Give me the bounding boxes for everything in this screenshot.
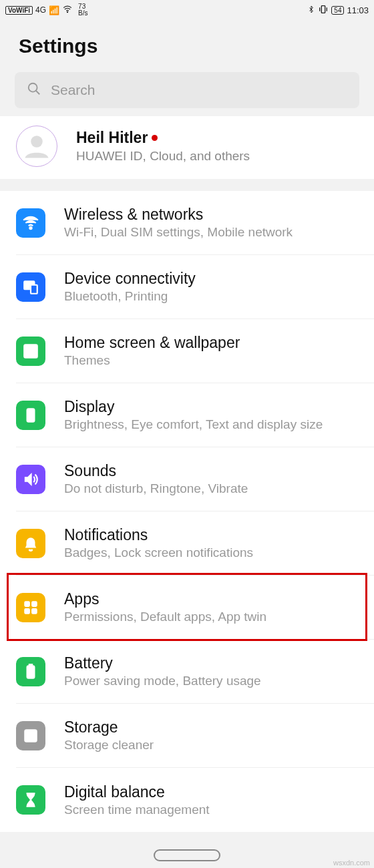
wifi-icon [16, 208, 45, 238]
account-name: Heil Hitler [76, 129, 250, 147]
svg-rect-1 [322, 5, 325, 13]
item-title: Battery [64, 654, 365, 672]
svg-rect-10 [27, 409, 35, 422]
status-bar: VoWiFi 4G 📶 73 B/s 54 11:03 [0, 0, 374, 20]
svg-point-21 [27, 735, 28, 736]
svg-rect-16 [29, 664, 32, 666]
settings-item-display[interactable]: DisplayBrightness, Eye comfort, Text and… [16, 383, 374, 447]
clock: 11:03 [347, 5, 369, 15]
search-input[interactable]: Search [15, 72, 359, 108]
item-subtitle: Badges, Lock screen notifications [64, 546, 365, 560]
status-left: VoWiFi 4G 📶 73 B/s [5, 3, 88, 17]
status-right: 54 11:03 [307, 4, 369, 17]
svg-point-22 [27, 739, 28, 740]
battery-indicator: 54 [331, 6, 344, 15]
highlight-box [7, 573, 367, 641]
item-subtitle: Bluetooth, Printing [64, 289, 365, 304]
item-subtitle: Wi-Fi, Dual SIM settings, Mobile network [64, 225, 365, 240]
page-title: Settings [0, 20, 374, 72]
vowifi-indicator: VoWiFi [5, 6, 33, 15]
item-title: Storage [64, 718, 365, 736]
settings-item-hourglass[interactable]: Digital balanceScreen time management [16, 768, 374, 832]
svg-point-20 [27, 731, 28, 732]
vibrate-icon [318, 4, 329, 17]
search-icon [27, 81, 41, 99]
item-title: Notifications [64, 526, 365, 544]
svg-point-5 [29, 226, 31, 228]
avatar [16, 126, 57, 167]
item-title: Device connectivity [64, 270, 365, 288]
item-title: Home screen & wallpaper [64, 334, 365, 352]
item-subtitle: Storage cleaner [64, 738, 365, 752]
notification-dot [152, 135, 158, 141]
svg-point-4 [31, 136, 43, 148]
item-title: Wireless & networks [64, 206, 365, 224]
item-subtitle: Do not disturb, Ringtone, Vibrate [64, 481, 365, 496]
settings-item-wallpaper[interactable]: Home screen & wallpaperThemes [16, 319, 374, 383]
svg-line-3 [36, 91, 40, 95]
settings-item-bell[interactable]: NotificationsBadges, Lock screen notific… [16, 511, 374, 576]
network-type: 4G [35, 5, 46, 15]
wallpaper-icon [16, 337, 45, 366]
settings-item-battery[interactable]: BatteryPower saving mode, Battery usage [16, 640, 374, 704]
account-subtitle: HUAWEI ID, Cloud, and others [76, 149, 250, 164]
bluetooth-icon [307, 4, 315, 17]
settings-item-devices[interactable]: Device connectivityBluetooth, Printing [16, 255, 374, 319]
battery-icon [16, 657, 45, 686]
settings-list: Wireless & networksWi-Fi, Dual SIM setti… [0, 191, 374, 832]
signal-icon: 📶 [49, 5, 59, 15]
item-subtitle: Brightness, Eye comfort, Text and displa… [64, 417, 365, 432]
svg-point-2 [29, 83, 37, 92]
data-speed: 73 B/s [75, 3, 87, 17]
sound-icon [16, 465, 45, 494]
devices-icon [16, 272, 45, 302]
settings-item-storage[interactable]: StorageStorage cleaner [16, 704, 374, 768]
item-subtitle: Themes [64, 353, 365, 368]
svg-point-0 [67, 11, 67, 12]
item-title: Digital balance [64, 783, 365, 801]
nav-home-pill[interactable] [154, 849, 220, 861]
svg-point-9 [27, 347, 29, 349]
display-icon [16, 401, 45, 430]
watermark: wsxdn.com [333, 859, 370, 867]
item-title: Sounds [64, 462, 365, 480]
account-row[interactable]: Heil Hitler HUAWEI ID, Cloud, and others [0, 116, 374, 179]
svg-rect-7 [31, 284, 37, 293]
item-subtitle: Power saving mode, Battery usage [64, 674, 365, 688]
item-subtitle: Screen time management [64, 803, 365, 817]
storage-icon [16, 721, 45, 750]
hourglass-icon [16, 785, 45, 815]
settings-item-sound[interactable]: SoundsDo not disturb, Ringtone, Vibrate [16, 447, 374, 511]
settings-item-wifi[interactable]: Wireless & networksWi-Fi, Dual SIM setti… [16, 191, 374, 255]
item-title: Display [64, 398, 365, 416]
svg-rect-17 [25, 730, 36, 741]
search-placeholder: Search [51, 82, 96, 98]
wifi-icon [62, 5, 73, 16]
bell-icon [16, 529, 45, 558]
